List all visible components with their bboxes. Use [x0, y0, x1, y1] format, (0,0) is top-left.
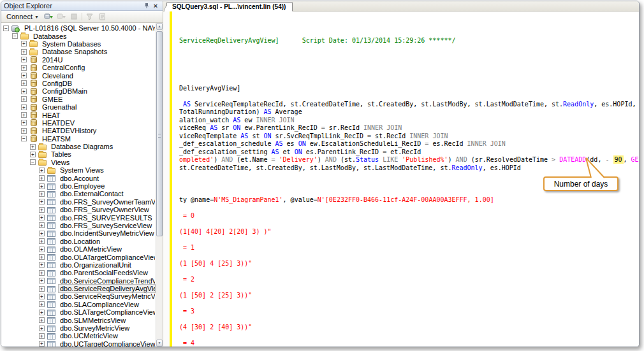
expand-icon[interactable]: + — [39, 301, 45, 307]
db-icon — [31, 88, 37, 95]
tree-scrollbar[interactable]: ▲ ▼ — [156, 23, 163, 347]
close-icon[interactable]: × — [151, 2, 160, 10]
connect-button[interactable]: Connect ▼ — [4, 12, 41, 21]
tab-sqlquery3[interactable]: SQLQuery3.sql - PL...\vincent.lin (54)) — [166, 2, 293, 11]
expand-icon[interactable]: + — [39, 207, 45, 213]
expand-icon[interactable]: + — [39, 175, 45, 181]
tree-item[interactable]: +Database Snapshots — [1, 48, 156, 55]
tree-item[interactable]: +HEATDEVHistory — [1, 127, 156, 134]
stop-icon[interactable] — [69, 12, 79, 21]
expand-icon[interactable]: + — [39, 278, 45, 283]
tree-item[interactable]: +dbo.FRS_SURVEYRESULTS — [1, 213, 156, 221]
tree-item[interactable]: +dbo.OrganizationalUnit — [1, 261, 156, 269]
tree-item[interactable]: +HEATDEV — [1, 119, 156, 127]
tree-item[interactable]: +dbo.ServiceReqDeliveryAvgView — [1, 285, 156, 292]
expand-icon[interactable]: + — [39, 215, 45, 220]
expand-icon[interactable]: + — [21, 80, 27, 86]
expand-icon[interactable]: + — [39, 191, 45, 197]
expand-icon[interactable]: + — [39, 199, 45, 204]
tree-item[interactable]: +dbo.ServiceReqSurveyMetricView — [1, 292, 156, 300]
tree-item[interactable]: +dbo.Location — [1, 238, 156, 245]
tree-item[interactable]: +dbo.IncidentSurveyMetricView — [1, 229, 156, 237]
tree-item[interactable]: +dbo.OLATargetComplianceView — [1, 253, 156, 261]
tree-item[interactable]: −PL-L01816 (SQL Server 10.50.4000 - NA\v… — [1, 24, 156, 32]
tree-item[interactable]: +dbo.FRS_SurveyOwnerTeamView — [1, 198, 156, 206]
expand-icon[interactable]: + — [21, 73, 27, 78]
collapse-icon[interactable]: − — [30, 159, 36, 165]
expand-icon[interactable]: + — [39, 286, 45, 292]
tree-item[interactable]: +2014U — [1, 56, 156, 64]
expand-icon[interactable]: + — [39, 222, 45, 228]
view-icon — [47, 207, 55, 213]
filter-icon[interactable] — [85, 12, 95, 21]
tree-item[interactable]: −Views — [1, 159, 156, 166]
tree-item[interactable]: −Databases — [1, 32, 156, 39]
tree-item[interactable]: +Database Diagrams — [1, 143, 156, 150]
tree-item[interactable]: +dbo.FRS_SurveyServiceView — [1, 222, 156, 229]
tree-item[interactable]: +dbo.UCTargetComplianceView — [1, 340, 156, 347]
expand-icon[interactable]: + — [21, 104, 27, 110]
tree-item[interactable]: +GMEE — [1, 96, 156, 103]
scrollbar-down-arrow[interactable]: ▼ — [156, 340, 163, 347]
scrollbar-thumb[interactable] — [156, 31, 163, 236]
tree-item[interactable]: +dbo.SLAComplianceView — [1, 301, 156, 308]
tree-item[interactable]: +CentralConfig — [1, 64, 156, 71]
expand-icon[interactable]: + — [39, 270, 45, 276]
tree-item[interactable]: +Tables — [1, 150, 156, 158]
expand-icon[interactable]: + — [30, 144, 36, 150]
expand-icon[interactable]: + — [21, 49, 27, 55]
expand-icon[interactable]: + — [39, 326, 45, 331]
expand-icon[interactable]: + — [30, 152, 36, 157]
collapse-icon[interactable]: − — [21, 136, 27, 141]
tree-item[interactable]: +dbo.UCMetricView — [1, 332, 156, 340]
code-line: viceReq AS sr ON ew.ParentLink_RecID = s… — [179, 124, 639, 133]
expand-icon[interactable]: + — [21, 41, 27, 47]
tree-item[interactable]: +dbo.ParentSocialFeedsView — [1, 269, 156, 276]
disconnect-icon[interactable] — [56, 12, 66, 21]
code-line — [179, 204, 639, 212]
pin-icon[interactable] — [142, 2, 151, 10]
expand-icon[interactable]: + — [39, 168, 45, 173]
tree-item[interactable]: +dbo.ExternalContact — [1, 190, 156, 197]
expand-icon[interactable]: + — [21, 112, 27, 118]
expand-icon[interactable]: + — [39, 341, 45, 347]
expand-icon[interactable]: + — [39, 294, 45, 299]
expand-icon[interactable]: + — [21, 89, 27, 94]
expand-icon[interactable]: + — [39, 238, 45, 244]
expand-icon[interactable]: + — [21, 128, 27, 134]
script-icon[interactable] — [98, 12, 108, 21]
expand-icon[interactable]: + — [39, 317, 45, 323]
tree-item[interactable]: +dbo.SLMMetricsView — [1, 316, 156, 324]
expand-icon[interactable]: + — [39, 231, 45, 236]
tree-item[interactable]: +dbo.SurveyMetricView — [1, 324, 156, 332]
tree-item[interactable]: +System Databases — [1, 40, 156, 48]
expand-icon[interactable]: + — [39, 333, 45, 339]
collapse-icon[interactable]: − — [12, 33, 18, 39]
expand-icon[interactable]: + — [21, 120, 27, 125]
tree-item[interactable]: +System Views — [1, 166, 156, 174]
tree-item[interactable]: +ConfigDB — [1, 80, 156, 87]
expand-icon[interactable]: + — [39, 262, 45, 268]
expand-icon[interactable]: + — [39, 310, 45, 315]
tree-item[interactable]: +Gruenathal — [1, 103, 156, 111]
expand-icon[interactable]: + — [21, 65, 27, 71]
tree-item[interactable]: +dbo.OLAMetricView — [1, 245, 156, 253]
tree-item[interactable]: +Cleveland — [1, 71, 156, 79]
expand-icon[interactable]: + — [21, 96, 27, 102]
tree-item[interactable]: +dbo.Account — [1, 174, 156, 182]
expand-icon[interactable]: + — [39, 247, 45, 252]
tree-item[interactable]: +HEAT — [1, 111, 156, 118]
tree-item[interactable]: +dbo.SLATargetComplianceView — [1, 308, 156, 316]
tree-item[interactable]: +dbo.ServiceComplianceTrendView — [1, 277, 156, 285]
expand-icon[interactable]: + — [39, 254, 45, 260]
tree-item[interactable]: +dbo.FRS_SurveyOwnerView — [1, 206, 156, 213]
tree-item[interactable]: +ConfigDBMain — [1, 87, 156, 95]
tree-item[interactable]: +dbo.Employee — [1, 182, 156, 190]
scrollbar-up-arrow[interactable]: ▲ — [156, 23, 163, 30]
connect-icon[interactable] — [43, 12, 54, 21]
tree-item[interactable]: −HEATSM — [1, 134, 156, 142]
expand-icon[interactable]: + — [39, 183, 45, 189]
object-tree[interactable]: −PL-L01816 (SQL Server 10.50.4000 - NA\v… — [1, 24, 156, 347]
expand-icon[interactable]: + — [21, 57, 27, 62]
collapse-icon[interactable]: − — [3, 25, 9, 31]
